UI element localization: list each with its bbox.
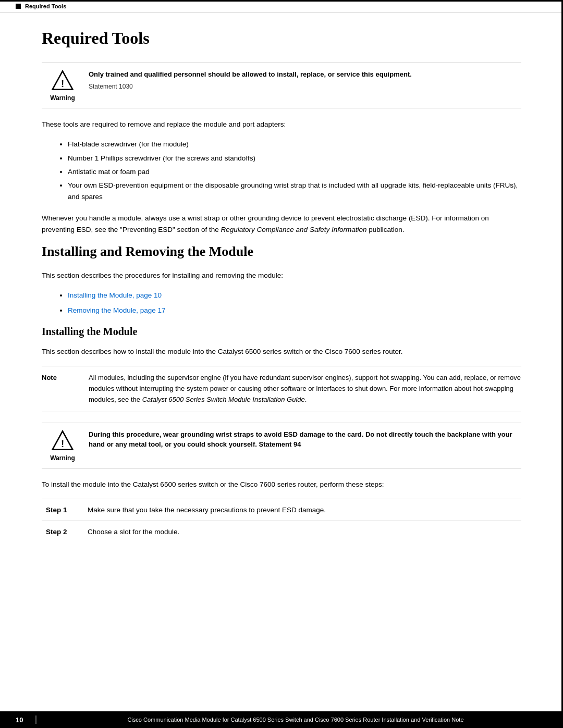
header-square-icon: ■ — [16, 4, 21, 9]
warning-main-text-2: During this procedure, wear grounding wr… — [89, 429, 521, 450]
tools-list: Flat-blade screwdriver (for the module) … — [68, 139, 521, 203]
table-row: Step 1 Make sure that you take the neces… — [42, 499, 521, 521]
list-item: Antistatic mat or foam pad — [68, 166, 521, 178]
warning-content-1: Only trained and qualified personnel sho… — [89, 69, 521, 91]
warning-icon-col-2: ! Warning — [42, 429, 89, 462]
header-bar: ■ Required Tools — [0, 0, 563, 13]
warning-box-1: ! Warning Only trained and qualified per… — [42, 63, 521, 108]
section-intro: This section describes the procedures fo… — [42, 270, 521, 281]
section-links-list: Installing the Module, page 10 Removing … — [68, 290, 521, 316]
footer-page-number: 10 — [16, 716, 28, 724]
step-1-label: Step 1 — [42, 499, 83, 521]
esd-para: Whenever you handle a module, always use… — [42, 213, 521, 236]
removing-module-link[interactable]: Removing the Module, page 17 — [68, 306, 166, 314]
esd-text-after: publication. — [366, 226, 404, 233]
warning-box-2: ! Warning During this procedure, wear gr… — [42, 423, 521, 468]
footer-divider — [35, 715, 36, 724]
list-item: Removing the Module, page 17 — [68, 305, 521, 316]
list-item: Installing the Module, page 10 — [68, 290, 521, 301]
table-row: Step 2 Choose a slot for the module. — [42, 521, 521, 543]
warning-triangle-icon-1: ! — [52, 69, 74, 91]
warning-triangle-icon-2: ! — [52, 429, 74, 451]
steps-table: Step 1 Make sure that you take the neces… — [42, 499, 521, 543]
subsection-intro: This section describes how to install th… — [42, 346, 521, 357]
step-2-text: Choose a slot for the module. — [83, 521, 521, 543]
note-label: Note — [42, 373, 89, 381]
intro-para: These tools are required to remove and r… — [42, 119, 521, 130]
breadcrumb-text: Required Tools — [25, 3, 66, 9]
main-content: Required Tools ! Warning Only trained an… — [0, 13, 563, 595]
svg-text:!: ! — [61, 78, 64, 89]
installing-module-link[interactable]: Installing the Module, page 10 — [68, 291, 162, 299]
note-italic-text: Catalyst 6500 Series Switch Module Insta… — [142, 396, 305, 403]
warning-label-1: Warning — [50, 94, 75, 102]
list-item: Flat-blade screwdriver (for the module) — [68, 139, 521, 150]
warning-icon-col-1: ! Warning — [42, 69, 89, 102]
steps-intro: To install the module into the Catalyst … — [42, 479, 521, 490]
warning-sub-text-1: Statement 1030 — [89, 82, 521, 91]
step-1-text: Make sure that you take the necessary pr… — [83, 499, 521, 521]
note-content: All modules, including the supervisor en… — [89, 373, 521, 405]
page-title: Required Tools — [42, 29, 521, 48]
note-box: Note All modules, including the supervis… — [42, 366, 521, 412]
warning-label-2: Warning — [50, 454, 75, 462]
esd-italic: Regulatory Compliance and Safety Informa… — [221, 226, 367, 233]
svg-text:!: ! — [61, 438, 64, 449]
note-text-after: . — [305, 396, 307, 403]
footer: 10 Cisco Communication Media Module for … — [0, 711, 563, 728]
subsection-title: Installing the Module — [42, 326, 521, 338]
list-item: Number 1 Phillips screwdriver (for the s… — [68, 153, 521, 164]
step-2-label: Step 2 — [42, 521, 83, 543]
footer-text: Cisco Communication Media Module for Cat… — [44, 717, 547, 723]
warning-main-text-1: Only trained and qualified personnel sho… — [89, 69, 521, 80]
list-item: Your own ESD-prevention equipment or the… — [68, 180, 521, 203]
warning-content-2: During this procedure, wear grounding wr… — [89, 429, 521, 452]
top-border — [0, 0, 563, 2]
section-title: Installing and Removing the Module — [42, 244, 521, 260]
